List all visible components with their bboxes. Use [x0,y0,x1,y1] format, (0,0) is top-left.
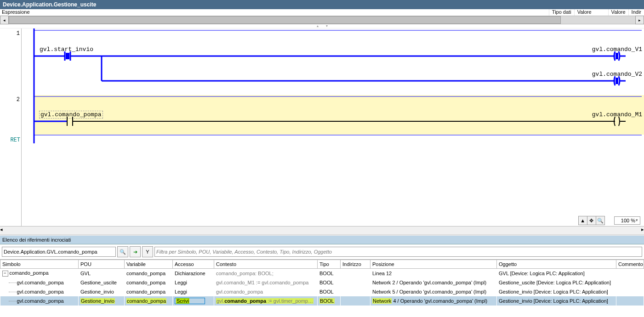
cell-pou: Gestione_uscite [79,278,125,287]
col-comment[interactable]: Commento [616,260,644,269]
cell-access: Dichiarazione [173,269,214,278]
zoom-tool-icon[interactable]: 🔍 [596,216,605,225]
cell-type: BOOL [318,278,341,287]
cell-symbol: −comando_pompa [0,269,79,278]
declaration-header: Espressione Tipo dati Valore Valore Indi… [0,9,644,16]
cell-access: Scrivi [173,296,214,306]
cell-comment [616,296,644,306]
cell-address [341,269,370,278]
cell-address [341,287,370,296]
cell-symbol: gvl.comando_pompa [0,287,79,296]
ladder-editor[interactable]: 1 2 RET gvl.start_invio gvl.comando_V1 g… [0,28,644,226]
cell-pou: Gestione_invio [79,296,125,306]
ladder-svg [21,28,644,166]
xref-header-row[interactable]: Simbolo POU Variabile Accesso Contesto T… [0,260,644,269]
col-address[interactable]: Indirizzo [341,260,370,269]
cell-type: BOOL [318,287,341,296]
cell-pou: GVL [79,269,125,278]
cell-object: Gestione_invio [Device: Logica PLC: Appl… [497,287,616,296]
tree-collapse-icon[interactable]: − [2,271,8,277]
filter-icon[interactable]: Y [142,246,153,257]
splitter-handle[interactable] [0,24,644,28]
cell-comment [616,287,644,296]
decl-expression-label: Espressione [0,9,32,16]
svg-rect-7 [616,53,618,59]
decl-type-label: Tipo dati [549,9,574,16]
decl-scrollbar[interactable]: ◂ ▸ [0,16,644,24]
table-row[interactable]: −comando_pompaGVLcomando_pompaDichiarazi… [0,269,644,278]
xref-filter-input[interactable] [154,247,642,257]
rung-number-1: 1 [0,30,20,37]
cell-object: Gestione_invio [Device: Logica PLC: Appl… [497,296,616,306]
xref-table[interactable]: Simbolo POU Variabile Accesso Contesto T… [0,260,644,306]
cell-comment [616,269,644,278]
cell-address [341,296,370,306]
decl-address-label: Indir [628,9,644,16]
col-object[interactable]: Oggetto [497,260,616,269]
col-position[interactable]: Posizione [370,260,497,269]
col-symbol[interactable]: Simbolo [0,260,79,269]
cell-type: BOOL [318,296,341,306]
pan-tool-icon[interactable]: ✥ [587,216,596,225]
col-access[interactable]: Accesso [173,260,214,269]
cursor-tool-icon[interactable]: ▲ [578,216,587,225]
decl-prepared-label: Valore [608,9,628,16]
cell-access: Leggi [173,287,214,296]
table-row[interactable]: gvl.comando_pompaGestione_inviocomando_p… [0,296,644,306]
cell-comment [616,278,644,287]
scroll-right-icon[interactable]: ▸ [641,226,644,235]
rung-number-2: 2 [0,96,20,103]
ladder-toolbar: ▲ ✥ 🔍 100 % [579,216,640,225]
col-context[interactable]: Contesto [214,260,318,269]
cell-position: Linea 12 [370,269,497,278]
svg-rect-11 [616,78,618,84]
window-title: Device.Application.Gestione_uscite [0,0,644,9]
cell-object: GVL [Device: Logica PLC: Application] [497,269,616,278]
cell-position: Network 5 / Operando 'gvl.comando_pompa'… [370,287,497,296]
search-icon[interactable]: 🔍 [117,246,128,257]
cell-context: gvl.comando_pompa := gvl.timer_pomp… [214,296,318,306]
cell-context: gvl.comando_pompa [214,287,318,296]
col-pou[interactable]: POU [79,260,125,269]
scroll-right-icon[interactable]: ▸ [635,16,644,24]
ret-label: RET [0,137,21,143]
svg-rect-4 [66,53,69,59]
cell-object: Gestione_uscite [Device: Logica PLC: App… [497,278,616,287]
xref-filter-bar: 🔍 ➔ Y [0,244,644,260]
cell-variable: comando_pompa [125,269,173,278]
table-row[interactable]: gvl.comando_pompaGestione_inviocomando_p… [0,287,644,296]
cell-access: Leggi [173,278,214,287]
cell-type: BOOL [318,269,341,278]
cell-variable: comando_pompa [125,287,173,296]
cell-symbol: gvl.comando_pompa [0,278,79,287]
col-variable[interactable]: Variabile [125,260,173,269]
cell-variable: comando_pompa [125,296,173,306]
decl-value-label: Valore [574,9,594,16]
zoom-level[interactable]: 100 % [614,216,640,225]
cell-position: Network 2 / Operando 'gvl.comando_pompa'… [370,278,497,287]
ladder-scrollbar[interactable]: ◂ ▸ [0,226,644,235]
scroll-thumb[interactable] [9,16,561,24]
col-type[interactable]: Tipo [318,260,341,269]
cell-context: comando_pompa: BOOL; [214,269,318,278]
scroll-left-icon[interactable]: ◂ [0,16,9,24]
cell-position: Network 4 / Operando 'gvl.comando_pompa'… [370,296,497,306]
cell-variable: comando_pompa [125,278,173,287]
cell-symbol: gvl.comando_pompa [0,296,79,306]
cell-address [341,278,370,287]
table-row[interactable]: gvl.comando_pompaGestione_uscitecomando_… [0,278,644,287]
goto-icon[interactable]: ➔ [130,246,141,257]
cross-reference-panel-title: Elenco dei riferimenti incrociati [0,235,644,244]
cell-pou: Gestione_invio [79,287,125,296]
xref-search-input[interactable] [2,247,116,257]
cell-context: gvl.comando_M1 := gvl.comando_pompa [214,278,318,287]
